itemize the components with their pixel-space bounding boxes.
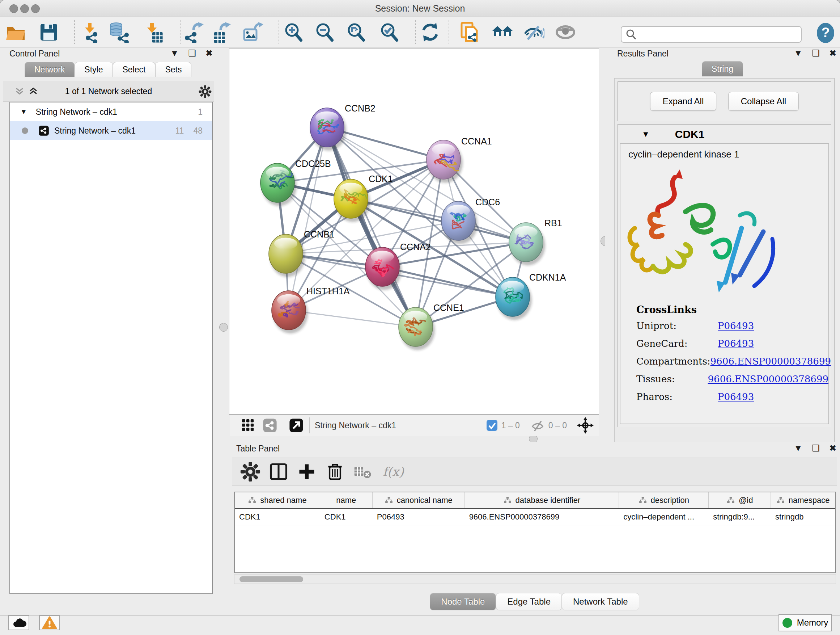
crosslink-link[interactable]: P06493 (718, 391, 754, 402)
open-session-icon[interactable] (5, 21, 27, 43)
crosslink-link[interactable]: P06493 (718, 338, 754, 349)
crosslink-row: GeneCard:P06493 (636, 338, 829, 349)
tab-sets[interactable]: Sets (155, 62, 191, 77)
close-icon[interactable]: ✖ (829, 48, 836, 58)
split-columns-icon[interactable] (268, 462, 289, 482)
search-input[interactable] (637, 29, 801, 40)
results-panel-tab-bar: String (605, 61, 840, 76)
column-header-description[interactable]: description (619, 492, 709, 508)
network-tree-row[interactable]: String Network – cdk11148 (10, 121, 212, 140)
results-panel-window-buttons: ▼❑✖ (785, 48, 836, 58)
column-header--id[interactable]: @id (709, 492, 771, 508)
refresh-icon[interactable] (419, 21, 441, 43)
application-window: Session: New Session ? Control Panel ▼❑✖… (0, 0, 840, 635)
table-cell[interactable]: 9606.ENSP00000378699 (465, 509, 619, 526)
horizontal-scrollbar[interactable] (234, 575, 836, 584)
table-cell[interactable]: cyclin–dependent ... (619, 509, 709, 526)
svg-text:RB1: RB1 (545, 218, 562, 228)
add-column-icon[interactable] (297, 462, 317, 482)
table-cell[interactable]: P06493 (373, 509, 465, 526)
export-table-icon[interactable] (210, 21, 232, 43)
delete-column-icon[interactable] (325, 462, 345, 482)
collapse-icon[interactable]: ▼ (794, 48, 803, 58)
chevron-down-icon[interactable]: ▼ (642, 130, 650, 139)
float-icon[interactable]: ❑ (188, 48, 196, 58)
first-neighbors-icon[interactable] (492, 21, 513, 43)
grid-icon[interactable] (240, 417, 256, 433)
node-CCNE1[interactable] (399, 307, 435, 350)
svg-text:CDC25B: CDC25B (295, 158, 331, 169)
gear-icon[interactable] (240, 462, 261, 482)
column-header-canonical-name[interactable]: canonical name (373, 492, 465, 508)
crosshair-icon[interactable] (577, 417, 594, 434)
collapse-icon[interactable]: ▼ (171, 48, 179, 58)
titlebar: Session: New Session (0, 0, 840, 17)
gear-icon[interactable] (199, 85, 212, 98)
collapse-icon[interactable]: ▼ (794, 443, 803, 453)
table-cell[interactable]: CDK1 (235, 509, 320, 526)
toolbar-separator (415, 20, 416, 44)
svg-text:?: ? (821, 25, 829, 40)
copy-network-view-icon[interactable] (459, 21, 480, 43)
float-icon[interactable]: ❑ (812, 48, 820, 58)
close-icon[interactable]: ✖ (829, 443, 836, 453)
network-tree-row[interactable]: ▼String Network – cdk11 (10, 103, 212, 121)
node-RB1[interactable] (509, 223, 545, 265)
hidden-eye-icon[interactable] (531, 418, 545, 432)
tab-network[interactable]: Network (25, 62, 74, 77)
selected-checkbox-icon[interactable] (486, 420, 498, 431)
export-image-icon[interactable] (242, 21, 264, 43)
save-session-icon[interactable] (38, 21, 60, 43)
show-all-icon[interactable] (554, 21, 576, 43)
table-cell[interactable]: stringdb (771, 509, 835, 526)
crosslink-link[interactable]: P06493 (718, 320, 754, 331)
cloud-icon[interactable] (8, 615, 29, 630)
import-network-database-icon[interactable] (108, 21, 130, 43)
node-CDK1[interactable] (334, 179, 370, 222)
float-icon[interactable]: ❑ (812, 443, 820, 453)
column-header-namespace[interactable]: namespace (771, 492, 835, 508)
crosslink-link[interactable]: 9606.ENSP00000378699 (708, 374, 829, 385)
table-cell[interactable]: stringdb:9... (709, 509, 771, 526)
chevron-down-icon[interactable]: ▼ (20, 108, 27, 116)
tab-node-table[interactable]: Node Table (430, 593, 496, 610)
crosslink-label: GeneCard: (636, 338, 718, 349)
crosslink-label: Compartments: (636, 356, 711, 367)
tab-select[interactable]: Select (113, 62, 156, 77)
import-table-icon[interactable] (142, 21, 164, 43)
node-CDC25B[interactable] (261, 163, 297, 206)
column-header-database-identifier[interactable]: database identifier (465, 492, 619, 508)
column-header-shared-name[interactable]: shared name (235, 492, 320, 508)
tab-network-table[interactable]: Network Table (562, 593, 639, 610)
import-network-icon[interactable] (79, 21, 100, 43)
memory-button[interactable]: Memory (778, 614, 832, 631)
zoom-in-icon[interactable] (283, 21, 305, 43)
warning-icon[interactable] (39, 615, 60, 630)
help-icon[interactable]: ? (815, 22, 836, 44)
column-header-name[interactable]: name (320, 492, 373, 508)
open-in-window-icon[interactable] (288, 417, 304, 433)
collapse-all-button[interactable]: Collapse All (728, 92, 799, 111)
results-panel: Results Panel ▼❑✖ String Expand All Coll… (605, 48, 840, 440)
share-network-icon[interactable] (262, 417, 278, 433)
node-CCNA1[interactable] (426, 140, 463, 183)
expand-all-button[interactable]: Expand All (650, 92, 716, 111)
result-entry-header[interactable]: ▼ CDK1 (618, 125, 831, 143)
zoom-out-icon[interactable] (314, 21, 336, 43)
hide-selected-icon[interactable] (523, 21, 545, 43)
zoom-fit-icon[interactable] (346, 21, 367, 43)
zoom-selected-icon[interactable] (379, 21, 401, 43)
crosslink-link[interactable]: 9606.ENSP00000378699 (711, 356, 831, 367)
close-icon[interactable]: ✖ (205, 48, 213, 58)
network-canvas[interactable]: CCNB2CCNA1CDC25BCDK1CDC6RB1CCNB1CCNA2CDK… (229, 48, 599, 415)
export-network-icon[interactable] (183, 21, 205, 43)
tab-edge-table[interactable]: Edge Table (496, 593, 562, 610)
control-splitter-handle[interactable] (219, 323, 228, 332)
tab-string[interactable]: String (702, 61, 743, 76)
tab-style[interactable]: Style (74, 62, 112, 77)
node-CCNA2[interactable] (365, 247, 401, 290)
node-CCNB2[interactable] (310, 108, 346, 150)
scrollbar-thumb[interactable] (240, 576, 303, 582)
table-cell[interactable]: CDK1 (320, 509, 373, 526)
node-CDKN1A[interactable] (496, 277, 532, 320)
